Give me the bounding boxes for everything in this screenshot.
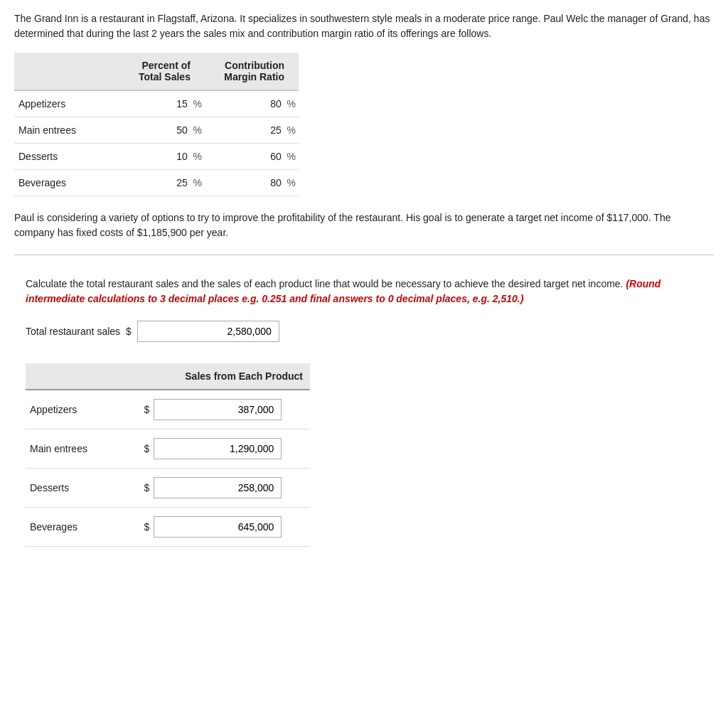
product-label-header <box>26 363 132 390</box>
product-sales-input[interactable] <box>154 399 282 420</box>
product-dollar-sign: $ <box>132 508 154 547</box>
total-sales-label: Total restaurant sales <box>26 326 120 337</box>
total-sales-dollar-sign: $ <box>126 326 132 337</box>
product-label: Beverages <box>26 508 132 547</box>
middle-paragraph: Paul is considering a variety of options… <box>14 210 714 240</box>
section-divider <box>14 255 714 255</box>
product-sales-input[interactable] <box>154 516 282 538</box>
row-ratio: 25 % <box>205 117 299 144</box>
sales-from-each-product-header: Sales from Each Product <box>154 363 310 390</box>
row-label: Main entrees <box>14 117 121 144</box>
percent-total-sales-header: Percent of Total Sales <box>121 53 205 90</box>
intro-paragraph: The Grand Inn is a restaurant in Flagsta… <box>14 11 714 41</box>
row-label: Desserts <box>14 144 121 170</box>
product-input-cell <box>154 469 310 508</box>
total-sales-input[interactable] <box>137 321 279 342</box>
product-table-row: Main entrees $ <box>26 429 310 469</box>
table-row: Main entrees 50 % 25 % <box>14 117 299 144</box>
row-ratio: 60 % <box>205 144 299 170</box>
product-label: Appetizers <box>26 390 132 429</box>
product-table-row: Appetizers $ <box>26 390 310 429</box>
product-dollar-sign: $ <box>132 429 154 469</box>
row-pct: 50 % <box>121 117 205 144</box>
product-table-row: Desserts $ <box>26 469 310 508</box>
empty-header <box>14 53 121 90</box>
instruction-text: Calculate the total restaurant sales and… <box>26 278 623 289</box>
sales-mix-table: Percent of Total Sales Contribution Marg… <box>14 53 299 196</box>
product-label: Desserts <box>26 469 132 508</box>
instruction-paragraph: Calculate the total restaurant sales and… <box>26 277 702 306</box>
row-ratio: 80 % <box>205 170 299 196</box>
product-label: Main entrees <box>26 429 132 469</box>
product-sales-input[interactable] <box>154 477 282 498</box>
row-pct: 25 % <box>121 170 205 196</box>
row-pct: 10 % <box>121 144 205 170</box>
product-sales-table: Sales from Each Product Appetizers $ Mai… <box>26 363 310 547</box>
table-row: Desserts 10 % 60 % <box>14 144 299 170</box>
product-input-cell <box>154 508 310 547</box>
row-label: Appetizers <box>14 90 121 117</box>
product-input-cell <box>154 429 310 469</box>
product-dollar-sign: $ <box>132 390 154 429</box>
contribution-margin-ratio-header: Contribution Margin Ratio <box>205 53 299 90</box>
table-row: Appetizers 15 % 80 % <box>14 90 299 117</box>
product-input-cell <box>154 390 310 429</box>
row-ratio: 80 % <box>205 90 299 117</box>
row-label: Beverages <box>14 170 121 196</box>
product-table-row: Beverages $ <box>26 508 310 547</box>
row-pct: 15 % <box>121 90 205 117</box>
product-sales-input[interactable] <box>154 438 282 459</box>
table-row: Beverages 25 % 80 % <box>14 170 299 196</box>
product-dollar-header <box>132 363 154 390</box>
total-sales-row: Total restaurant sales $ <box>26 321 702 342</box>
product-dollar-sign: $ <box>132 469 154 508</box>
calculation-section: Calculate the total restaurant sales and… <box>14 269 714 561</box>
